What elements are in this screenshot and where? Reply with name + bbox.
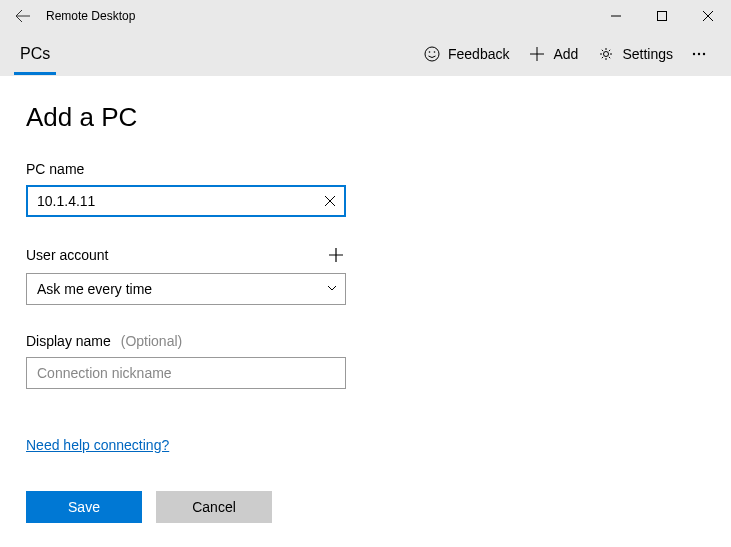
svg-point-5 (693, 53, 695, 55)
feedback-button[interactable]: Feedback (414, 40, 519, 68)
pc-name-label: PC name (26, 161, 84, 177)
display-name-label: Display name (26, 333, 111, 349)
add-label: Add (553, 46, 578, 62)
more-horizontal-icon (691, 46, 707, 62)
add-user-account-button[interactable] (326, 245, 346, 265)
maximize-button[interactable] (639, 0, 685, 32)
minimize-button[interactable] (593, 0, 639, 32)
close-button[interactable] (685, 0, 731, 32)
plus-icon (328, 247, 344, 263)
more-button[interactable] (683, 40, 715, 68)
content: Add a PC PC name User account Ask (0, 76, 731, 543)
user-account-label: User account (26, 247, 108, 263)
toolbar: PCs Feedback Add Settings (0, 32, 731, 76)
cancel-button[interactable]: Cancel (156, 491, 272, 523)
user-account-value: Ask me every time (37, 281, 152, 297)
svg-point-6 (698, 53, 700, 55)
gear-icon (598, 46, 614, 62)
clear-pc-name-button[interactable] (320, 191, 340, 211)
tab-pcs[interactable]: PCs (14, 35, 56, 73)
window-controls (593, 0, 731, 32)
smiley-icon (424, 46, 440, 62)
help-link[interactable]: Need help connecting? (26, 437, 169, 453)
arrow-left-icon (15, 8, 31, 24)
display-name-input[interactable] (26, 357, 346, 389)
pc-name-input[interactable] (26, 185, 346, 217)
maximize-icon (657, 11, 667, 21)
user-account-select[interactable]: Ask me every time (26, 273, 346, 305)
svg-rect-0 (658, 12, 667, 21)
back-button[interactable] (0, 0, 46, 32)
svg-point-7 (703, 53, 705, 55)
svg-point-1 (425, 47, 439, 61)
svg-point-3 (434, 51, 436, 53)
button-row: Save Cancel (26, 491, 705, 523)
window-title: Remote Desktop (46, 9, 135, 23)
save-button[interactable]: Save (26, 491, 142, 523)
field-pc-name: PC name (26, 161, 705, 217)
page-title: Add a PC (26, 102, 705, 133)
minimize-icon (611, 11, 621, 21)
field-display-name: Display name (Optional) (26, 333, 705, 389)
settings-button[interactable]: Settings (588, 40, 683, 68)
svg-point-2 (429, 51, 431, 53)
display-name-optional: (Optional) (121, 333, 182, 349)
add-button[interactable]: Add (519, 40, 588, 68)
plus-icon (529, 46, 545, 62)
field-user-account: User account Ask me every time (26, 245, 705, 305)
feedback-label: Feedback (448, 46, 509, 62)
svg-point-4 (604, 52, 609, 57)
x-icon (324, 195, 336, 207)
titlebar: Remote Desktop (0, 0, 731, 32)
close-icon (703, 11, 713, 21)
settings-label: Settings (622, 46, 673, 62)
